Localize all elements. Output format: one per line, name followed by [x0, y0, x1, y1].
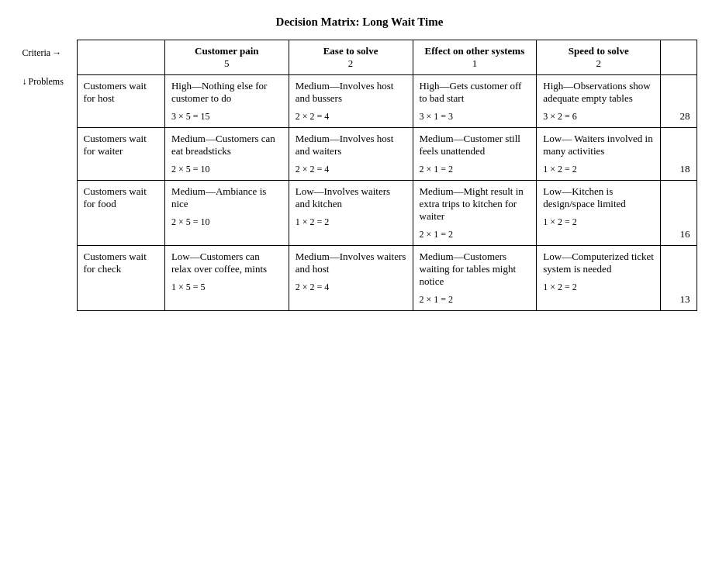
row-0-speed: High—Observations show adequate empty ta…	[537, 75, 661, 128]
arrow-down-icon: ↓	[22, 76, 27, 88]
row-3-problem: Customers wait for check	[77, 246, 164, 311]
row-1-speed: Low— Waiters involved in many activities…	[537, 128, 661, 181]
row-2-problem: Customers wait for food	[77, 181, 164, 246]
row-0-ease-desc: Medium—Involves host and bussers	[296, 80, 406, 105]
col-header-speed: Speed to solve 2	[537, 40, 661, 75]
row-3-effect: Medium—Customers waiting for tables migh…	[413, 246, 537, 311]
row-1-customer-pain: Medium—Customers can eat breadsticks2 × …	[164, 128, 289, 181]
page-title: Decision Matrix: Long Wait Time	[22, 16, 697, 29]
matrix-table-wrapper: Customer pain 5 Ease to solve 2 Effect o…	[77, 40, 697, 311]
row-0-problem: Customers wait for host	[77, 75, 164, 128]
header-row: Customer pain 5 Ease to solve 2 Effect o…	[77, 40, 697, 75]
table-row: Customers wait for waiterMedium—Customer…	[77, 128, 697, 181]
row-3-score: 13	[661, 246, 697, 311]
row-0-speed-calc: 3 × 2 = 6	[543, 111, 654, 123]
row-2-speed: Low—Kitchen is design/space limited1 × 2…	[537, 181, 661, 246]
row-0-speed-desc: High—Observations show adequate empty ta…	[543, 80, 654, 105]
row-2-score: 16	[661, 181, 697, 246]
row-1-ease-calc: 2 × 2 = 4	[296, 164, 406, 175]
row-2-ease-calc: 1 × 2 = 2	[296, 216, 406, 228]
row-1-score: 18	[661, 128, 697, 181]
row-2-customer-pain: Medium—Ambiance is nice2 × 5 = 10	[164, 181, 289, 246]
row-2-ease-desc: Low—Involves waiters and kitchen	[296, 185, 406, 210]
row-3-ease-desc: Medium—Involves waiters and host	[296, 251, 406, 275]
row-3-cp-calc: 1 × 5 = 5	[171, 282, 282, 293]
row-0-cp-calc: 3 × 5 = 15	[171, 111, 282, 123]
row-0-effect-calc: 3 × 1 = 3	[420, 111, 531, 123]
decision-matrix-table: Customer pain 5 Ease to solve 2 Effect o…	[77, 40, 697, 311]
row-3-ease-calc: 2 × 2 = 4	[296, 282, 406, 293]
col-header-effect: Effect on other systems 1	[413, 40, 537, 75]
row-0-customer-pain: High—Nothing else for customer to do3 × …	[164, 75, 289, 128]
page-wrapper: Decision Matrix: Long Wait Time Criteria…	[22, 16, 697, 311]
row-1-problem: Customers wait for waiter	[77, 128, 164, 181]
row-0-ease-calc: 2 × 2 = 4	[296, 111, 406, 123]
row-1-effect: Medium—Customer still feels unattended2 …	[413, 128, 537, 181]
row-2-effect: Medium—Might result in extra trips to ki…	[413, 181, 537, 246]
row-2-cp-calc: 2 × 5 = 10	[171, 216, 282, 228]
row-3-ease: Medium—Involves waiters and host2 × 2 = …	[289, 246, 413, 311]
col-header-problem	[77, 40, 164, 75]
row-1-cp-calc: 2 × 5 = 10	[171, 164, 282, 175]
row-3-speed-calc: 1 × 2 = 2	[543, 282, 654, 293]
criteria-label: Criteria →	[22, 47, 77, 59]
table-row: Customers wait for hostHigh—Nothing else…	[77, 75, 697, 128]
row-1-speed-calc: 1 × 2 = 2	[543, 164, 654, 175]
row-3-speed: Low—Computerized ticket system is needed…	[537, 246, 661, 311]
arrow-right-icon: →	[52, 47, 61, 59]
col-header-score	[661, 40, 697, 75]
row-0-effect: High—Gets customer off to bad start3 × 1…	[413, 75, 537, 128]
row-0-cp-desc: High—Nothing else for customer to do	[171, 80, 282, 105]
row-2-speed-calc: 1 × 2 = 2	[543, 216, 654, 228]
row-3-effect-calc: 2 × 1 = 2	[420, 294, 531, 306]
col-header-customer-pain: Customer pain 5	[164, 40, 289, 75]
row-3-effect-desc: Medium—Customers waiting for tables migh…	[420, 251, 531, 288]
row-2-cp-desc: Medium—Ambiance is nice	[171, 185, 282, 210]
row-2-speed-desc: Low—Kitchen is design/space limited	[543, 185, 654, 210]
row-1-speed-desc: Low— Waiters involved in many activities	[543, 133, 654, 157]
table-row: Customers wait for checkLow—Customers ca…	[77, 246, 697, 311]
row-1-effect-calc: 2 × 1 = 2	[420, 164, 531, 175]
row-1-effect-desc: Medium—Customer still feels unattended	[420, 133, 531, 157]
row-1-ease-desc: Medium—Involves host and waiters	[296, 133, 406, 157]
row-3-customer-pain: Low—Customers can relax over coffee, min…	[164, 246, 289, 311]
row-0-effect-desc: High—Gets customer off to bad start	[420, 80, 531, 105]
row-0-ease: Medium—Involves host and bussers2 × 2 = …	[289, 75, 413, 128]
problems-text: Problems	[29, 76, 64, 88]
row-2-effect-calc: 2 × 1 = 2	[420, 229, 531, 240]
table-row: Customers wait for foodMedium—Ambiance i…	[77, 181, 697, 246]
criteria-text: Criteria	[22, 47, 51, 59]
row-1-cp-desc: Medium—Customers can eat breadsticks	[171, 133, 282, 157]
row-3-cp-desc: Low—Customers can relax over coffee, min…	[171, 251, 282, 275]
problems-label: ↓ Problems	[22, 76, 77, 88]
row-1-ease: Medium—Involves host and waiters2 × 2 = …	[289, 128, 413, 181]
row-0-score: 28	[661, 75, 697, 128]
row-3-speed-desc: Low—Computerized ticket system is needed	[543, 251, 654, 275]
row-2-ease: Low—Involves waiters and kitchen1 × 2 = …	[289, 181, 413, 246]
row-2-effect-desc: Medium—Might result in extra trips to ki…	[420, 185, 531, 223]
col-header-ease: Ease to solve 2	[289, 40, 413, 75]
axis-labels: Criteria → ↓ Problems	[22, 40, 77, 88]
